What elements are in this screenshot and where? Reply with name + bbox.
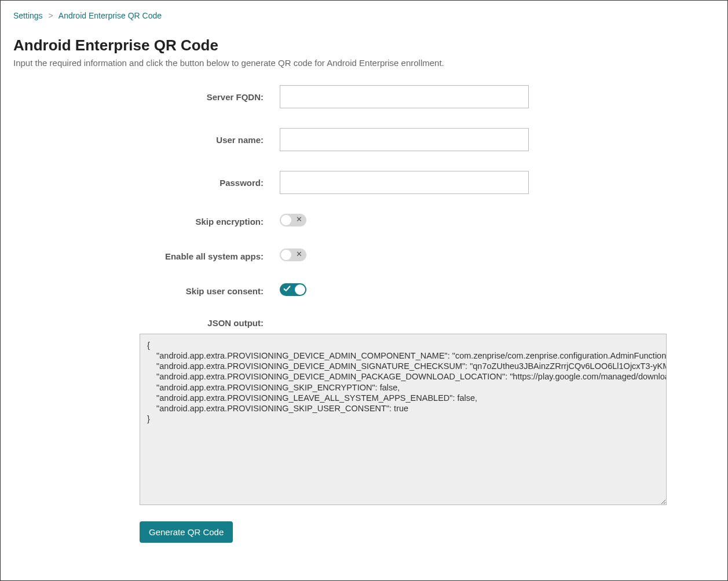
skip-encryption-toggle[interactable]: ✕: [280, 214, 306, 226]
check-icon: [283, 285, 291, 293]
x-icon: ✕: [296, 250, 302, 258]
skip-user-consent-toggle[interactable]: [280, 283, 306, 296]
breadcrumb-current: Android Enterprise QR Code: [58, 11, 162, 20]
breadcrumb-separator: >: [48, 11, 53, 20]
enable-all-system-apps-toggle[interactable]: ✕: [280, 249, 306, 261]
page-subtitle: Input the required information and click…: [13, 58, 715, 68]
password-label: Password:: [13, 178, 280, 188]
server-fqdn-label: Server FQDN:: [13, 92, 280, 102]
page-title: Android Enterprise QR Code: [13, 36, 715, 54]
enable-all-system-apps-label: Enable all system apps:: [13, 251, 280, 261]
skip-encryption-label: Skip encryption:: [13, 217, 280, 226]
generate-qr-code-button[interactable]: Generate QR Code: [140, 521, 233, 543]
user-name-input[interactable]: [280, 128, 529, 151]
breadcrumb-root-link[interactable]: Settings: [13, 11, 43, 20]
server-fqdn-input[interactable]: [280, 85, 529, 108]
user-name-label: User name:: [13, 135, 280, 145]
x-icon: ✕: [296, 215, 302, 224]
breadcrumb: Settings > Android Enterprise QR Code: [13, 11, 715, 20]
json-output-label: JSON output:: [13, 318, 280, 328]
password-input[interactable]: [280, 171, 529, 194]
json-output-textarea[interactable]: [140, 334, 667, 505]
skip-user-consent-label: Skip user consent:: [13, 286, 280, 296]
